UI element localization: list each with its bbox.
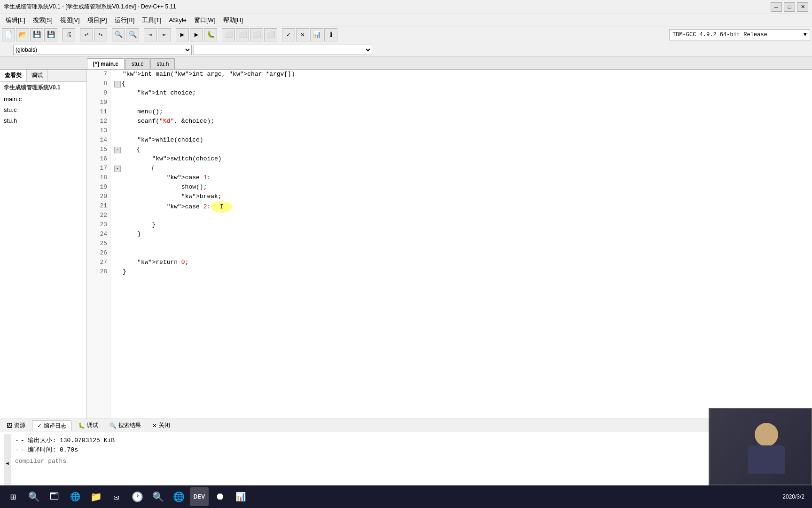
sidebar-tab-debug[interactable]: 调试 [27,70,48,81]
bottom-sidebar-toggle[interactable]: ◀ [4,434,11,492]
compile-button[interactable]: ▶ [176,28,189,41]
search2-button[interactable]: 🔍 [148,487,167,506]
window-title: 学生成绩管理系统V0.1 - [学生成绩管理系统V0.1.dev] - Dev-… [4,3,771,11]
code-line-24[interactable]: } [114,230,812,239]
code-line-25[interactable] [114,239,812,248]
redo-button[interactable]: ↪ [94,28,107,41]
window3-button[interactable]: ⬜ [250,28,263,41]
minimize-button[interactable]: ─ [771,2,782,12]
menu-edit[interactable]: 编辑[E] [2,15,29,25]
function-dropdown[interactable] [194,45,372,55]
chart-button[interactable]: 📊 [310,28,323,41]
menu-search[interactable]: 搜索[S] [29,15,56,25]
indent-button[interactable]: ⇥ [144,28,157,41]
search-taskbar-button[interactable]: 🔍 [24,487,43,506]
bottom-tab-close[interactable]: ✕ 关闭 [148,421,175,430]
explorer-button[interactable]: 📁 [86,487,105,506]
fold-button[interactable]: - [114,147,121,153]
fold-button[interactable]: - [114,81,121,87]
window4-button[interactable]: ⬜ [264,28,277,41]
menu-run[interactable]: 运行[R] [111,15,139,25]
bottom-tab-debug[interactable]: 🐛 调试 [73,421,103,430]
edge-button[interactable]: 🌐 [66,487,85,506]
compiler-dropdown[interactable]: TDM-GCC 4.9.2 64-bit Release ▼ [669,29,810,40]
code-line-11[interactable]: menu(); [114,107,812,117]
print-button[interactable]: 🖨 [62,28,75,41]
run-button[interactable]: ▶ [190,28,203,41]
stop-button[interactable]: ✕ [296,28,309,41]
menu-project[interactable]: 项目[P] [84,15,111,25]
menu-window[interactable]: 窗口[W] [190,15,219,25]
menu-view[interactable]: 视图[V] [56,15,84,25]
taskbar: ⊞ 🔍 🗔 🌐 📁 ✉ 🕐 🔍 🌐 DEV ⏺ 📊 2020/3/2 [0,485,812,508]
code-line-27[interactable]: "kw">return 0; [114,258,812,267]
code-line-9[interactable]: "kw">int choice; [114,88,812,98]
code-line-10[interactable] [114,98,812,107]
record-button[interactable]: ⏺ [211,487,229,506]
start-button[interactable]: ⊞ [4,487,23,506]
unindent-button[interactable]: ⇤ [158,28,171,41]
code-line-7[interactable]: "kw">int main("kw">int argc, "kw">char *… [114,70,812,79]
mail-button[interactable]: ✉ [107,487,126,506]
bottom-tab-resource[interactable]: 🖼 资源 [2,421,30,430]
tab-stu-h[interactable]: stu.h [150,58,175,69]
code-line-22[interactable] [114,211,812,220]
bottom-tab-search[interactable]: 🔍 搜索结果 [105,421,146,430]
devcpp-taskbar-button[interactable]: DEV [190,487,209,506]
save-all-button[interactable]: 💾 [44,28,57,41]
code-line-23[interactable]: } [114,220,812,230]
toolbar: 📄 📂 💾 💾 🖨 ↩ ↪ 🔍 🔍 ⇥ ⇤ ▶ ▶ 🐛 ⬜ ⬜ ⬜ ⬜ ✓ ✕ … [0,26,812,43]
sidebar-file-stu-c[interactable]: stu.c [0,104,86,115]
code-line-12[interactable]: scanf("%d", &choice); [114,117,812,126]
code-line-21[interactable]: "kw">case 2: I [114,201,812,211]
code-line-14[interactable]: "kw">while(choice) [114,135,812,145]
info-button[interactable]: ℹ [324,28,337,41]
check-button[interactable]: ✓ [282,28,295,41]
search-button[interactable]: 🔍 [112,28,125,41]
code-editor[interactable]: 7891011121314151617181920212223242526272… [87,70,812,419]
code-line-26[interactable] [114,248,812,258]
code-content: 7891011121314151617181920212223242526272… [87,70,812,419]
close-button[interactable]: ✕ [797,2,808,12]
menu-astyle[interactable]: AStyle [165,16,190,24]
menu-help[interactable]: 帮助[H] [219,15,247,25]
code-line-8[interactable]: -{ [114,79,812,88]
code-line-15[interactable]: - { [114,145,812,154]
toolbar2: (globals) [0,43,812,56]
debug-button[interactable]: 🐛 [204,28,217,41]
code-line-13[interactable] [114,126,812,135]
bottom-tab-compile-log[interactable]: ✓ 编译日志 [32,421,71,431]
close-panel-icon: ✕ [152,422,157,429]
bottom-tabs: 🖼 资源 ✓ 编译日志 🐛 调试 🔍 搜索结果 ✕ 关闭 [0,419,812,432]
replace-button[interactable]: 🔍 [126,28,139,41]
code-line-18[interactable]: "kw">case 1: [114,173,812,183]
code-line-17[interactable]: - { [114,164,812,173]
sidebar-file-stu-h[interactable]: stu.h [0,115,86,126]
webcam-overlay [709,408,812,485]
code-line-16[interactable]: "kw">switch(choice) [114,154,812,164]
tab-main-c[interactable]: [*] main.c [87,58,125,69]
browser-button[interactable]: 🌐 [169,487,188,506]
menu-tools[interactable]: 工具[T] [138,15,165,25]
tab-stu-c[interactable]: stu.c [125,58,149,69]
maximize-button[interactable]: □ [784,2,795,12]
fold-button[interactable]: - [114,166,121,172]
person-head [755,423,778,446]
sidebar-tab-view[interactable]: 查看类 [0,70,27,81]
code-line-28[interactable]: } [114,267,812,277]
sidebar-file-main[interactable]: main.c [0,94,86,104]
window2-button[interactable]: ⬜ [236,28,249,41]
scope-dropdown[interactable]: (globals) [13,45,192,55]
new-button[interactable]: 📄 [2,28,15,41]
save-button[interactable]: 💾 [30,28,43,41]
ppt-button[interactable]: 📊 [231,487,250,506]
clock-button[interactable]: 🕐 [128,487,147,506]
code-line-19[interactable]: show(); [114,183,812,192]
open-button[interactable]: 📂 [16,28,29,41]
bottom-panel: 🖼 资源 ✓ 编译日志 🐛 调试 🔍 搜索结果 ✕ 关闭 ◀ -- 输出大小: … [0,419,812,494]
code-line-20[interactable]: "kw">break; [114,192,812,201]
undo-button[interactable]: ↩ [80,28,93,41]
task-view-button[interactable]: 🗔 [45,487,64,506]
code-lines[interactable]: "kw">int main("kw">int argc, "kw">char *… [110,70,812,419]
window1-button[interactable]: ⬜ [222,28,235,41]
